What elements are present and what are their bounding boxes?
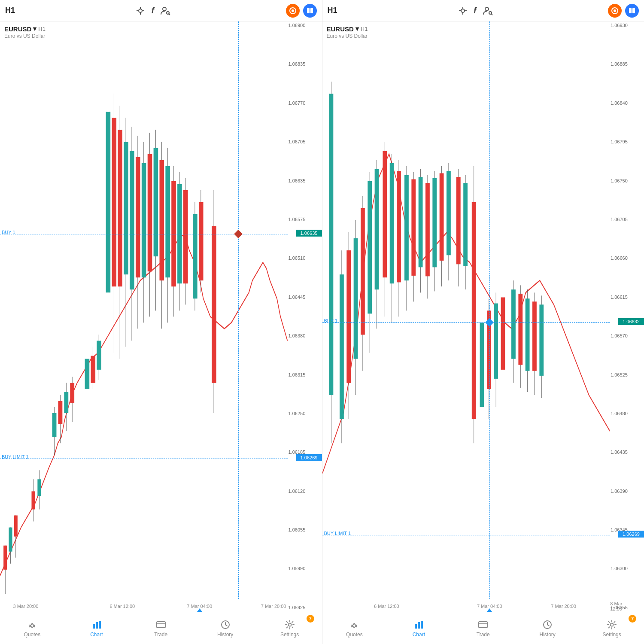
right-live-icon[interactable] bbox=[608, 4, 622, 18]
bottom-nav: Quotes Chart Trade bbox=[0, 612, 644, 644]
left-chart-area[interactable]: EURUSD ▾ H1 Euro vs US Dollar bbox=[0, 21, 322, 612]
right-time-axis: 6 Mar 12:00 7 Mar 04:00 7 Mar 20:00 8 Ma… bbox=[322, 600, 644, 612]
left-nav-quotes[interactable]: Quotes bbox=[0, 612, 64, 644]
left-toolbar-icons: f bbox=[28, 6, 278, 15]
svg-rect-69 bbox=[212, 226, 216, 383]
left-price-axis: 1.06900 1.06835 1.06770 1.06705 1.06635 … bbox=[288, 21, 322, 612]
svg-rect-35 bbox=[97, 341, 101, 370]
left-subtitle: Euro vs US Dollar bbox=[4, 33, 46, 39]
svg-rect-107 bbox=[418, 177, 422, 267]
left-nav-history[interactable]: History bbox=[193, 612, 258, 644]
svg-rect-53 bbox=[154, 148, 158, 257]
right-buy-line bbox=[322, 322, 610, 323]
left-chart-info: EURUSD ▾ H1 Euro vs US Dollar bbox=[4, 25, 46, 39]
svg-rect-83 bbox=[329, 94, 333, 395]
svg-point-153 bbox=[611, 623, 614, 626]
svg-rect-85 bbox=[340, 274, 344, 419]
right-settings-badge: 7 bbox=[629, 615, 636, 623]
left-toolbar: H1 f bbox=[0, 0, 322, 21]
svg-rect-67 bbox=[199, 202, 204, 280]
right-person-search-icon[interactable] bbox=[483, 6, 493, 15]
right-nav-chart[interactable]: Chart bbox=[386, 612, 451, 644]
svg-rect-131 bbox=[511, 289, 516, 358]
right-timeframe[interactable]: H1 bbox=[328, 6, 343, 15]
svg-rect-113 bbox=[439, 173, 444, 261]
svg-rect-142 bbox=[99, 621, 101, 629]
svg-rect-109 bbox=[425, 183, 430, 276]
svg-rect-99 bbox=[389, 163, 394, 284]
svg-rect-149 bbox=[421, 621, 423, 629]
svg-rect-137 bbox=[532, 301, 537, 371]
right-nav-quotes[interactable]: Quotes bbox=[322, 612, 387, 644]
left-live-icon[interactable] bbox=[286, 4, 300, 18]
svg-rect-103 bbox=[404, 175, 409, 281]
svg-rect-140 bbox=[93, 624, 95, 629]
right-crosshair-icon[interactable] bbox=[458, 6, 468, 15]
right-price-axis: 1.06930 1.06885 1.06840 1.06795 1.06750 … bbox=[610, 21, 644, 612]
svg-rect-91 bbox=[360, 208, 365, 335]
crosshair-icon[interactable] bbox=[136, 6, 145, 15]
left-nav-trade[interactable]: Trade bbox=[129, 612, 193, 644]
svg-rect-127 bbox=[494, 304, 498, 379]
right-buy-price: 1.06632 bbox=[618, 318, 644, 325]
trade-icon-right bbox=[477, 619, 489, 630]
settings-icon-right bbox=[606, 619, 617, 630]
left-buy-label: BUY 1 bbox=[2, 230, 15, 235]
svg-rect-117 bbox=[456, 177, 460, 264]
left-nav-settings[interactable]: 7 Settings bbox=[258, 612, 322, 644]
svg-rect-25 bbox=[58, 401, 63, 424]
svg-rect-11 bbox=[310, 8, 313, 13]
right-nav-half: Quotes Chart Trade bbox=[322, 612, 644, 644]
right-nav-history[interactable]: History bbox=[515, 612, 580, 644]
svg-rect-93 bbox=[368, 181, 372, 314]
svg-rect-47 bbox=[136, 157, 140, 278]
svg-rect-41 bbox=[118, 130, 122, 287]
right-toolbar-right bbox=[608, 4, 639, 18]
left-timeframe[interactable]: H1 bbox=[5, 6, 21, 15]
right-buylimit-label: BUY LIMIT 1 bbox=[324, 531, 351, 536]
trade-icon-left bbox=[155, 619, 167, 630]
svg-rect-87 bbox=[346, 250, 351, 383]
right-chart-info: EURUSD ▾ H1 Euro vs US Dollar bbox=[327, 25, 368, 39]
left-settings-label: Settings bbox=[280, 632, 299, 638]
svg-rect-119 bbox=[463, 183, 468, 266]
svg-rect-21 bbox=[37, 479, 41, 496]
person-search-icon[interactable] bbox=[160, 6, 170, 15]
svg-point-75 bbox=[485, 7, 489, 11]
svg-point-146 bbox=[288, 623, 291, 626]
right-nav-settings[interactable]: 7 Settings bbox=[580, 612, 644, 644]
svg-rect-121 bbox=[471, 202, 476, 419]
left-buylimit-label: BUY LIMIT 1 bbox=[2, 454, 29, 459]
left-nav-chart[interactable]: Chart bbox=[64, 612, 129, 644]
right-trade-label: Trade bbox=[477, 632, 490, 638]
svg-rect-89 bbox=[353, 238, 358, 359]
svg-rect-148 bbox=[418, 622, 420, 629]
right-sync-icon[interactable] bbox=[625, 4, 639, 18]
right-chart-label: Chart bbox=[413, 632, 425, 638]
left-chart-panel: H1 f bbox=[0, 0, 322, 612]
svg-rect-135 bbox=[525, 298, 529, 371]
left-toolbar-right bbox=[286, 4, 317, 18]
right-symbol: EURUSD ▾ H1 bbox=[327, 25, 368, 33]
function-icon[interactable]: f bbox=[151, 6, 154, 15]
left-time-1: 3 Mar 20:00 bbox=[13, 604, 39, 609]
svg-rect-95 bbox=[374, 169, 379, 290]
svg-rect-10 bbox=[307, 8, 310, 13]
right-vline bbox=[489, 21, 490, 599]
right-chart-area[interactable]: EURUSD ▾ H1 Euro vs US Dollar bbox=[322, 21, 644, 612]
svg-line-77 bbox=[491, 14, 492, 15]
svg-rect-81 bbox=[632, 8, 635, 13]
svg-rect-13 bbox=[3, 546, 7, 570]
chart-icon-left bbox=[91, 619, 102, 630]
svg-rect-133 bbox=[518, 294, 522, 365]
left-sync-icon[interactable] bbox=[303, 4, 317, 18]
right-time-arrow bbox=[487, 608, 492, 612]
right-quotes-label: Quotes bbox=[346, 632, 363, 638]
right-buylimit-price: 1.06269 bbox=[618, 531, 644, 538]
left-time-axis: 3 Mar 20:00 6 Mar 12:00 7 Mar 04:00 7 Ma… bbox=[0, 600, 322, 612]
svg-rect-65 bbox=[193, 214, 197, 298]
right-function-icon[interactable]: f bbox=[474, 6, 477, 15]
right-nav-trade[interactable]: Trade bbox=[451, 612, 515, 644]
svg-line-7 bbox=[169, 14, 170, 15]
svg-rect-129 bbox=[501, 298, 505, 370]
